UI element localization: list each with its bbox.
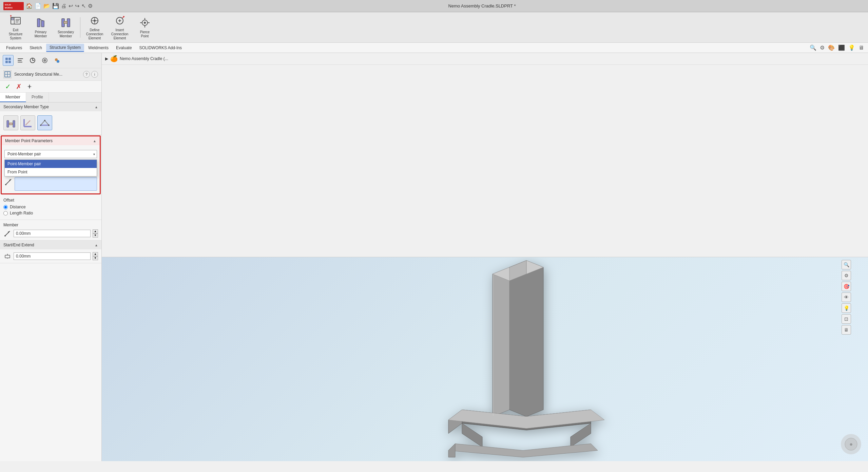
select-icon[interactable]: ↖: [81, 3, 86, 9]
main-layout: Secondary Structural Me... ? i ✓ ✗ Membe…: [0, 53, 868, 461]
svg-marker-67: [493, 267, 509, 416]
search-icon[interactable]: 🔍: [810, 44, 816, 51]
solidworks-logo: SOLID WORKS 🏠 📄 📂 💾 🖨 ↩ ↪ ↖ ⚙: [3, 2, 93, 10]
secondary-member-button[interactable]: SecondaryMember: [54, 14, 78, 41]
vp-render-icon[interactable]: 💡: [842, 303, 851, 313]
define-connection-element-button[interactable]: DefineConnectionElement: [82, 14, 107, 41]
define-connection-icon: [89, 15, 101, 27]
property-manager-icon-btn[interactable]: [15, 55, 26, 66]
options-icon[interactable]: ⚙: [88, 3, 93, 9]
extend-value-spin-down[interactable]: ▼: [93, 256, 98, 260]
cancel-button[interactable]: ✗: [14, 82, 23, 91]
exit-structure-system-button[interactable]: ExitStructureSystem: [3, 14, 28, 41]
viewport[interactable]: 🔍 ⚙ 🎯 👁 💡 ⊡ 🖥: [102, 257, 868, 461]
menu-features[interactable]: Features: [3, 44, 25, 52]
member-point-parameters-header[interactable]: Member Point Parameters ▲: [2, 136, 100, 145]
redo-icon[interactable]: ↪: [75, 3, 79, 9]
length-ratio-radio-label[interactable]: Length Ratio: [10, 211, 33, 215]
svg-rect-0: [3, 2, 24, 10]
member-value-spin-up[interactable]: ▲: [93, 229, 98, 233]
svg-rect-35: [18, 60, 22, 61]
menu-structure-system[interactable]: Structure System: [46, 44, 84, 52]
exit-structure-system-label: ExitStructureSystem: [9, 28, 23, 40]
view-3d-icon[interactable]: 🎨: [828, 44, 835, 51]
open-icon[interactable]: 📂: [43, 3, 50, 9]
menu-solidworks-addins[interactable]: SOLIDWORKS Add-Ins: [136, 44, 185, 52]
primary-member-button[interactable]: PrimaryMember: [28, 14, 53, 41]
extend-value-spinners: ▲ ▼: [93, 252, 98, 260]
insert-connection-element-button[interactable]: InsertConnectionElement: [108, 14, 132, 41]
secondary-structural-icon: [3, 70, 12, 78]
svg-rect-33: [8, 61, 11, 63]
display-manager-icon[interactable]: 🖥: [859, 45, 864, 51]
feature-title-text: Secondary Structural Me...: [14, 72, 80, 77]
distance-radio[interactable]: [3, 205, 8, 209]
member-point-selection-list[interactable]: [15, 177, 97, 191]
menu-weldments[interactable]: Weldments: [85, 44, 112, 52]
print-icon[interactable]: 🖨: [61, 3, 66, 9]
save-icon[interactable]: 💾: [52, 3, 59, 9]
dropdown-option-from-point[interactable]: From Point: [5, 168, 97, 176]
svg-rect-15: [64, 21, 67, 23]
svg-rect-47: [9, 123, 13, 125]
home-icon[interactable]: 🏠: [26, 3, 33, 9]
start-end-extend-content: ▲ ▼: [0, 249, 101, 263]
appearance-icon-btn[interactable]: [52, 55, 62, 66]
menu-sketch[interactable]: Sketch: [26, 44, 45, 52]
extend-value-icon: [3, 252, 12, 260]
vp-search-icon[interactable]: 🔍: [842, 260, 851, 269]
pierce-point-button[interactable]: PiercePoint: [133, 14, 157, 41]
view-settings-icon[interactable]: ⚙: [820, 44, 825, 51]
member-point-parameters-section: Member Point Parameters ▲ Point-Member p…: [1, 135, 101, 194]
tab-member[interactable]: Member: [0, 93, 26, 102]
member-point-dropdown[interactable]: Point-Member pair From Point: [4, 150, 97, 158]
expand-tree-icon[interactable]: ▶: [105, 56, 108, 61]
offset-section: Offset Distance Length Ratio: [0, 195, 101, 220]
start-end-extend-section: Start/End Extend ▲ ▲ ▼: [0, 241, 101, 263]
start-end-extend-header[interactable]: Start/End Extend ▲: [0, 241, 101, 249]
vp-settings-icon[interactable]: ⚙: [842, 271, 851, 280]
extend-value-input[interactable]: [14, 252, 91, 260]
dropdown-option-point-member-pair[interactable]: Point-Member pair: [5, 160, 97, 168]
tabs-row: Member Profile: [0, 93, 101, 102]
secondary-member-type-collapse-icon: ▲: [95, 105, 98, 109]
help-info-btn[interactable]: i: [91, 71, 98, 78]
extend-value-spin-up[interactable]: ▲: [93, 252, 98, 256]
secondary-member-type-section: Secondary Member Type ▲: [0, 102, 101, 135]
svg-text:WORKS: WORKS: [5, 7, 13, 9]
vp-orient-icon[interactable]: 🎯: [842, 282, 851, 291]
right-area: ▶ 🍊 Nemo Assembly Cradle (... 🔍 ⚙ 🎯 👁 💡 …: [102, 53, 868, 461]
vp-filter-icon[interactable]: ⊡: [842, 314, 851, 324]
parallel-type-btn[interactable]: [3, 115, 18, 130]
panel-icon-bar: [0, 53, 101, 68]
view-render-icon[interactable]: 💡: [848, 44, 855, 51]
truss-type-btn[interactable]: [37, 115, 52, 130]
secondary-member-type-header[interactable]: Secondary Member Type ▲: [0, 102, 101, 111]
pin-button[interactable]: [25, 82, 34, 91]
display-states-icon-btn[interactable]: [39, 55, 50, 66]
feature-manager-icon-btn[interactable]: [3, 55, 14, 66]
member-value-spin-down[interactable]: ▼: [93, 233, 98, 238]
confirm-button[interactable]: ✓: [3, 82, 12, 91]
length-ratio-radio[interactable]: [3, 211, 8, 215]
member-value-input[interactable]: 0.00mm: [14, 230, 91, 237]
angular-type-btn[interactable]: [20, 115, 35, 130]
vp-view-icon[interactable]: 👁: [842, 292, 851, 302]
distance-radio-label[interactable]: Distance: [10, 205, 26, 209]
configuration-manager-icon-btn[interactable]: [27, 55, 38, 66]
member-value-row: 0.00mm ▲ ▼: [3, 229, 98, 238]
main-toolbar: ExitStructureSystem PrimaryMember Second…: [0, 12, 868, 43]
svg-rect-45: [7, 120, 9, 127]
dropdown-open-menu: Point-Member pair From Point: [4, 159, 97, 176]
vp-display-icon[interactable]: 🖥: [842, 325, 851, 335]
undo-icon[interactable]: ↩: [69, 3, 73, 9]
menu-evaluate[interactable]: Evaluate: [113, 44, 135, 52]
help-question-btn[interactable]: ?: [83, 71, 90, 78]
member-point-parameters-collapse-icon: ▲: [93, 139, 96, 143]
view-cube-icon[interactable]: ⬛: [838, 44, 845, 51]
length-ratio-radio-row: Length Ratio: [3, 211, 98, 215]
tab-profile[interactable]: Profile: [26, 93, 49, 102]
distance-radio-row: Distance: [3, 205, 98, 209]
new-icon[interactable]: 📄: [35, 3, 41, 9]
svg-marker-75: [448, 443, 598, 457]
